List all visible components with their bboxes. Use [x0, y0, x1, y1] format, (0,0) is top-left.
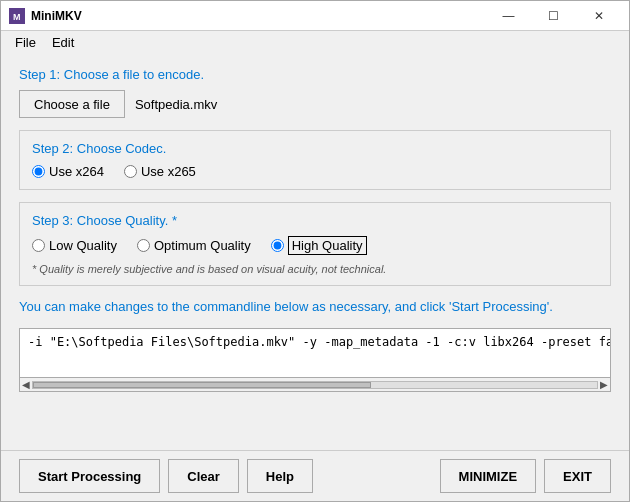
- low-quality-radio[interactable]: [32, 239, 45, 252]
- menubar: File Edit: [1, 31, 629, 53]
- exit-button[interactable]: EXIT: [544, 459, 611, 493]
- footer: Start Processing Clear Help MINIMIZE EXI…: [1, 450, 629, 501]
- codec-x265-radio[interactable]: [124, 165, 137, 178]
- file-name-display: Softpedia.mkv: [135, 97, 217, 112]
- high-quality-radio[interactable]: [271, 239, 284, 252]
- titlebar: M MiniMKV — ☐ ✕: [1, 1, 629, 31]
- commandline-scrollbar[interactable]: ◀ ▶: [19, 378, 611, 392]
- cmd-desc-end: .: [549, 299, 553, 314]
- step1-section: Step 1: Choose a file to encode. Choose …: [19, 67, 611, 118]
- quality-radio-row: Low Quality Optimum Quality High Quality: [32, 236, 598, 255]
- step1-row: Choose a file Softpedia.mkv: [19, 90, 611, 118]
- step3-section: Step 3: Choose Quality. * Low Quality Op…: [19, 202, 611, 286]
- scrollbar-track[interactable]: [32, 381, 598, 389]
- codec-x264-label: Use x264: [49, 164, 104, 179]
- start-processing-button[interactable]: Start Processing: [19, 459, 160, 493]
- quality-note-text: * Quality is merely subjective and is ba…: [32, 263, 386, 275]
- clear-button[interactable]: Clear: [168, 459, 239, 493]
- low-quality-label: Low Quality: [49, 238, 117, 253]
- commandline-description: You can make changes to the commandline …: [19, 298, 611, 316]
- low-quality-option[interactable]: Low Quality: [32, 238, 117, 253]
- commandline-box[interactable]: -i "E:\Softpedia Files\Softpedia.mkv" -y…: [19, 328, 611, 378]
- maximize-button[interactable]: ☐: [531, 1, 576, 31]
- step3-colored: Choose Quality. *: [73, 213, 177, 228]
- minimize-app-button[interactable]: MINIMIZE: [440, 459, 537, 493]
- step1-label: Step 1: Choose a file to encode.: [19, 67, 611, 82]
- step3-label: Step 3: Choose Quality. *: [32, 213, 598, 228]
- cmd-desc-start: You can make changes to the commandline …: [19, 299, 449, 314]
- svg-text:M: M: [13, 12, 21, 22]
- window-controls: — ☐ ✕: [486, 1, 621, 31]
- step2-colored: Choose Codec.: [73, 141, 166, 156]
- high-quality-label: High Quality: [288, 236, 367, 255]
- commandline-text: -i "E:\Softpedia Files\Softpedia.mkv" -y…: [28, 335, 611, 349]
- codec-x265-option[interactable]: Use x265: [124, 164, 196, 179]
- step2-plain: Step 2:: [32, 141, 73, 156]
- app-icon: M: [9, 8, 25, 24]
- close-button[interactable]: ✕: [576, 1, 621, 31]
- codec-x265-label: Use x265: [141, 164, 196, 179]
- step2-section: Step 2: Choose Codec. Use x264 Use x265: [19, 130, 611, 190]
- optimum-quality-radio[interactable]: [137, 239, 150, 252]
- choose-file-button[interactable]: Choose a file: [19, 90, 125, 118]
- optimum-quality-option[interactable]: Optimum Quality: [137, 238, 251, 253]
- menu-edit[interactable]: Edit: [44, 33, 82, 52]
- scrollbar-thumb[interactable]: [33, 382, 371, 388]
- main-window: M MiniMKV — ☐ ✕ File Edit Step 1: Choose…: [0, 0, 630, 502]
- step2-label: Step 2: Choose Codec.: [32, 141, 598, 156]
- scroll-left-arrow[interactable]: ◀: [22, 379, 30, 390]
- scroll-right-arrow[interactable]: ▶: [600, 379, 608, 390]
- menu-file[interactable]: File: [7, 33, 44, 52]
- step1-colored: Choose a file to encode.: [60, 67, 204, 82]
- minimize-button[interactable]: —: [486, 1, 531, 31]
- help-button[interactable]: Help: [247, 459, 313, 493]
- cmd-desc-highlight: 'Start Processing': [449, 299, 549, 314]
- quality-note: * Quality is merely subjective and is ba…: [32, 263, 598, 275]
- codec-radio-row: Use x264 Use x265: [32, 164, 598, 179]
- step1-plain: Step 1:: [19, 67, 60, 82]
- codec-x264-radio[interactable]: [32, 165, 45, 178]
- main-content: Step 1: Choose a file to encode. Choose …: [1, 53, 629, 450]
- optimum-quality-label: Optimum Quality: [154, 238, 251, 253]
- window-title: MiniMKV: [31, 9, 486, 23]
- codec-x264-option[interactable]: Use x264: [32, 164, 104, 179]
- commandline-container: -i "E:\Softpedia Files\Softpedia.mkv" -y…: [19, 328, 611, 392]
- high-quality-option[interactable]: High Quality: [271, 236, 367, 255]
- step3-plain: Step 3:: [32, 213, 73, 228]
